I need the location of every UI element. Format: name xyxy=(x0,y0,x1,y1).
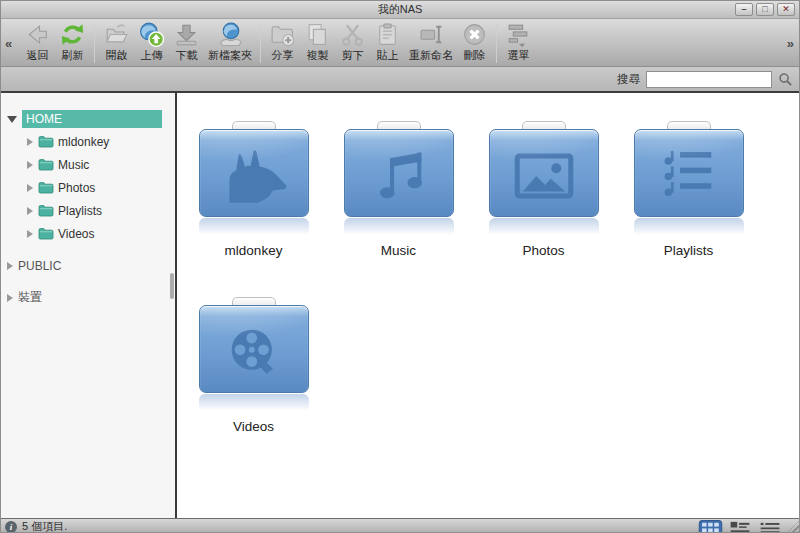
folder-item-label: Videos xyxy=(233,419,274,434)
toolbar: « 返回刷新開啟上傳下載新檔案夾分享複製剪下貼上重新命名刪除選單 » xyxy=(1,19,799,67)
toolbar-button-label: 開啟 xyxy=(106,48,128,63)
view-list-button[interactable] xyxy=(728,520,753,533)
toolbar-button-label: 刷新 xyxy=(62,48,84,63)
expand-arrow-icon[interactable] xyxy=(7,262,13,270)
sidebar-item-mldonkey[interactable]: mldonkey xyxy=(1,130,175,153)
sidebar-tree: HOMEmldonkeyMusicPhotosPlaylistsVideosPU… xyxy=(1,93,177,518)
search-bar: 搜尋 xyxy=(1,67,799,93)
menu-icon xyxy=(505,21,532,48)
toolbar-button-label: 重新命名 xyxy=(409,48,453,63)
film-folder-icon xyxy=(199,297,309,393)
folder-item-videos[interactable]: Videos xyxy=(181,297,326,473)
toolbar-group-4: 選單 xyxy=(502,20,535,65)
upload-icon xyxy=(138,21,165,48)
file-manager-window: 我的NAS – □ ✕ « 返回刷新開啟上傳下載新檔案夾分享複製剪下貼上重新命名… xyxy=(0,0,800,533)
view-grid-button[interactable] xyxy=(698,520,723,533)
content-area: HOMEmldonkeyMusicPhotosPlaylistsVideosPU… xyxy=(1,93,799,518)
window-controls: – □ ✕ xyxy=(735,3,795,16)
toolbar-button-label: 剪下 xyxy=(342,48,364,63)
toolbar-button-label: 下載 xyxy=(176,48,198,63)
expand-arrow-icon[interactable] xyxy=(27,184,33,192)
toolbar-button-share[interactable]: 分享 xyxy=(266,20,299,65)
delete-icon xyxy=(461,21,488,48)
refresh-icon xyxy=(59,21,86,48)
info-icon: i xyxy=(5,521,17,533)
maximize-icon: □ xyxy=(762,5,767,14)
toolbar-button-new-folder[interactable]: 新檔案夾 xyxy=(205,20,255,65)
toolbar-button-label: 複製 xyxy=(307,48,329,63)
toolbar-button-paste[interactable]: 貼上 xyxy=(371,20,404,65)
folder-item-mldonkey[interactable]: mldonkey xyxy=(181,121,326,297)
playlist-folder-icon xyxy=(634,121,744,217)
copy-icon xyxy=(304,21,331,48)
toolbar-button-refresh[interactable]: 刷新 xyxy=(56,20,89,65)
view-mode-switcher xyxy=(698,519,783,533)
toolbar-separator xyxy=(496,23,497,63)
window-title: 我的NAS xyxy=(378,2,423,17)
expand-arrow-icon[interactable] xyxy=(7,294,13,302)
search-label: 搜尋 xyxy=(617,72,640,87)
folder-item-playlists[interactable]: Playlists xyxy=(616,121,761,297)
sidebar-scrollbar-thumb[interactable] xyxy=(170,273,174,299)
expand-arrow-icon[interactable] xyxy=(27,207,33,215)
toolbar-button-copy[interactable]: 複製 xyxy=(301,20,334,65)
toolbar-button-label: 分享 xyxy=(272,48,294,63)
toolbar-button-menu[interactable]: 選單 xyxy=(502,20,535,65)
toolbar-collapse-left-icon[interactable]: « xyxy=(5,35,12,50)
folder-grid: mldonkeyMusicPhotosPlaylistsVideos xyxy=(177,93,799,473)
toolbar-button-back[interactable]: 返回 xyxy=(21,20,54,65)
expand-arrow-icon[interactable] xyxy=(27,161,33,169)
search-icon[interactable] xyxy=(778,72,793,87)
toolbar-separator xyxy=(94,23,95,63)
folder-item-photos[interactable]: Photos xyxy=(471,121,616,297)
donkey-folder-icon xyxy=(199,121,309,217)
close-button[interactable]: ✕ xyxy=(777,3,795,16)
maximize-button[interactable]: □ xyxy=(756,3,774,16)
sidebar-item-label: Music xyxy=(58,158,89,172)
folder-item-label: Playlists xyxy=(664,243,714,258)
status-bar: i 5 個項目. xyxy=(1,518,799,533)
toolbar-button-open[interactable]: 開啟 xyxy=(100,20,133,65)
open-icon xyxy=(103,21,130,48)
minimize-button[interactable]: – xyxy=(735,3,753,16)
toolbar-button-groups: 返回刷新開啟上傳下載新檔案夾分享複製剪下貼上重新命名刪除選單 xyxy=(21,19,799,66)
music-folder-icon xyxy=(344,121,454,217)
toolbar-button-label: 返回 xyxy=(27,48,49,63)
folder-item-label: Photos xyxy=(522,243,564,258)
toolbar-button-cut[interactable]: 剪下 xyxy=(336,20,369,65)
sidebar-item-videos[interactable]: Videos xyxy=(1,222,175,245)
sidebar-item-photos[interactable]: Photos xyxy=(1,176,175,199)
expand-arrow-icon[interactable] xyxy=(27,230,33,238)
sidebar-item-playlists[interactable]: Playlists xyxy=(1,199,175,222)
sidebar-item-label: Videos xyxy=(58,227,94,241)
sidebar-item-home[interactable]: HOME xyxy=(1,107,175,130)
sidebar-item-devices[interactable]: 裝置 xyxy=(1,286,175,309)
search-input[interactable] xyxy=(646,71,772,88)
new-folder-icon xyxy=(217,21,244,48)
toolbar-button-label: 選單 xyxy=(508,48,530,63)
folder-item-music[interactable]: Music xyxy=(326,121,471,297)
sidebar-item-public[interactable]: PUBLIC xyxy=(1,254,175,277)
tree-folder-icon xyxy=(38,158,54,171)
toolbar-group-2: 開啟上傳下載新檔案夾 xyxy=(100,20,255,65)
sidebar-item-music[interactable]: Music xyxy=(1,153,175,176)
toolbar-button-upload[interactable]: 上傳 xyxy=(135,20,168,65)
collapse-arrow-icon[interactable] xyxy=(7,116,17,123)
item-count-text: 5 個項目. xyxy=(22,519,67,533)
resize-grip[interactable] xyxy=(786,521,799,533)
toolbar-separator xyxy=(260,23,261,63)
view-details-button[interactable] xyxy=(758,520,783,533)
toolbar-group-3: 分享複製剪下貼上重新命名刪除 xyxy=(266,20,491,65)
toolbar-button-download[interactable]: 下載 xyxy=(170,20,203,65)
expand-arrow-icon[interactable] xyxy=(27,138,33,146)
toolbar-button-delete[interactable]: 刪除 xyxy=(458,20,491,65)
tree-folder-icon xyxy=(38,227,54,240)
sidebar-item-label: PUBLIC xyxy=(18,259,61,273)
tree-folder-icon xyxy=(38,181,54,194)
tree-folder-icon xyxy=(38,135,54,148)
sidebar-item-label: mldonkey xyxy=(58,135,109,149)
toolbar-overflow-right-icon[interactable]: » xyxy=(787,35,794,50)
toolbar-button-rename[interactable]: 重新命名 xyxy=(406,20,456,65)
folder-item-label: mldonkey xyxy=(225,243,283,258)
back-icon xyxy=(24,21,51,48)
